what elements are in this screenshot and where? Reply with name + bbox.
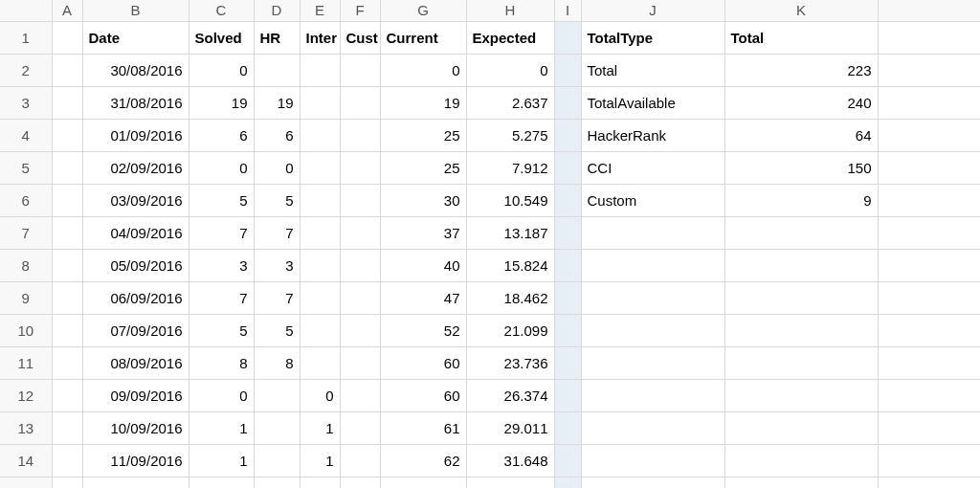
cell-A6[interactable] [52,184,82,216]
cell-H13[interactable]: 29.011 [466,411,554,444]
cell-E14[interactable]: 1 [300,444,340,477]
cell-E11[interactable] [300,346,340,379]
cell-E7[interactable] [300,216,340,249]
cell-D7[interactable]: 7 [254,216,300,249]
cell-K11[interactable] [724,346,878,379]
cell-F11[interactable] [340,346,380,379]
cell-F10[interactable] [340,314,380,346]
cell-H7[interactable]: 13.187 [466,216,554,249]
cell-H11[interactable]: 23.736 [466,346,554,379]
cell-A11[interactable] [52,346,82,379]
cell-D1[interactable]: HR [254,21,300,54]
cell-E9[interactable] [300,281,340,314]
cell-J11[interactable] [581,346,724,379]
cell-H4[interactable]: 5.275 [466,119,554,151]
cell-D9[interactable]: 7 [254,281,300,314]
cell-A2[interactable] [52,54,82,86]
cell-D6[interactable]: 5 [254,184,300,216]
column-header-F[interactable]: F [340,0,380,21]
cell-A8[interactable] [52,249,82,281]
cell-I2[interactable] [554,54,581,86]
cell-K8[interactable] [724,249,878,281]
column-header-B[interactable]: B [82,0,189,21]
cell-J10[interactable] [581,314,724,346]
cell-J13[interactable] [581,411,724,444]
cell-E3[interactable] [300,86,340,119]
spreadsheet-grid[interactable]: ABCDEFGHIJK 1DateSolvedHRInterCustCurren… [0,0,980,488]
cell-B6[interactable]: 03/09/2016 [82,184,189,216]
row-header-13[interactable]: 13 [0,411,52,444]
row-header-3[interactable]: 3 [0,86,52,119]
cell-A7[interactable] [52,216,82,249]
cell-E13[interactable]: 1 [300,411,340,444]
cell-C14[interactable]: 1 [189,444,254,477]
cell-D13[interactable] [254,411,300,444]
cell-F6[interactable] [340,184,380,216]
cell-I7[interactable] [554,216,581,249]
cell-F9[interactable] [340,281,380,314]
cell-K13[interactable] [724,411,878,444]
cell-J6[interactable]: Custom [581,184,724,216]
cell-C13[interactable]: 1 [189,411,254,444]
cell-A12[interactable] [52,379,82,411]
cell-B13[interactable]: 10/09/2016 [82,411,189,444]
cell-C11[interactable]: 8 [189,346,254,379]
cell-B3[interactable]: 31/08/2016 [82,86,189,119]
cell-I10[interactable] [554,314,581,346]
cell-E1[interactable]: Inter [300,21,340,54]
cell-C2[interactable]: 0 [189,54,254,86]
cell-D10[interactable]: 5 [254,314,300,346]
cell-I8[interactable] [554,249,581,281]
cell-K1[interactable]: Total [724,21,878,54]
cell-B7[interactable]: 04/09/2016 [82,216,189,249]
cell-B10[interactable]: 07/09/2016 [82,314,189,346]
cell-D3[interactable]: 19 [254,86,300,119]
corner-cell[interactable] [0,0,52,21]
cell-B1[interactable]: Date [82,21,189,54]
cell-H5[interactable]: 7.912 [466,151,554,184]
cell-C10[interactable]: 5 [189,314,254,346]
cell-H6[interactable]: 10.549 [466,184,554,216]
cell-E4[interactable] [300,119,340,151]
column-header-D[interactable]: D [254,0,300,21]
cell-J9[interactable] [581,281,724,314]
cell-H2[interactable]: 0 [466,54,554,86]
cell-A9[interactable] [52,281,82,314]
cell-J5[interactable]: CCI [581,151,724,184]
cell-C9[interactable]: 7 [189,281,254,314]
cell-F5[interactable] [340,151,380,184]
cell-H8[interactable]: 15.824 [466,249,554,281]
cell-C15[interactable] [189,477,254,488]
cell-C8[interactable]: 3 [189,249,254,281]
cell-B4[interactable]: 01/09/2016 [82,119,189,151]
cell-G1[interactable]: Current [380,21,466,54]
cell-K4[interactable]: 64 [724,119,878,151]
cell-G2[interactable]: 0 [380,54,466,86]
cell-G3[interactable]: 19 [380,86,466,119]
row-header-9[interactable]: 9 [0,281,52,314]
cell-C7[interactable]: 7 [189,216,254,249]
cell-I3[interactable] [554,86,581,119]
cell-D4[interactable]: 6 [254,119,300,151]
row-header-1[interactable]: 1 [0,21,52,54]
cell-G5[interactable]: 25 [380,151,466,184]
row-header-12[interactable]: 12 [0,379,52,411]
column-header-A[interactable]: A [52,0,82,21]
cell-E8[interactable] [300,249,340,281]
cell-G10[interactable]: 52 [380,314,466,346]
cell-F15[interactable] [340,477,380,488]
cell-A5[interactable] [52,151,82,184]
cell-K5[interactable]: 150 [724,151,878,184]
cell-B5[interactable]: 02/09/2016 [82,151,189,184]
cell-B9[interactable]: 06/09/2016 [82,281,189,314]
cell-H1[interactable]: Expected [466,21,554,54]
cell-K2[interactable]: 223 [724,54,878,86]
cell-G11[interactable]: 60 [380,346,466,379]
cell-C1[interactable]: Solved [189,21,254,54]
cell-D12[interactable] [254,379,300,411]
cell-J12[interactable] [581,379,724,411]
cell-H10[interactable]: 21.099 [466,314,554,346]
cell-B11[interactable]: 08/09/2016 [82,346,189,379]
cell-I13[interactable] [554,411,581,444]
cell-G9[interactable]: 47 [380,281,466,314]
